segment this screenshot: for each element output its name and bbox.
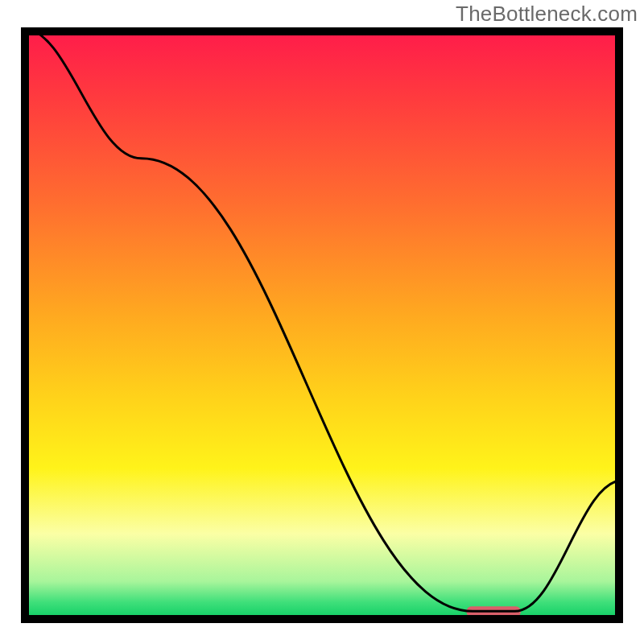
- chart-svg: [21, 27, 623, 623]
- watermark-text: TheBottleneck.com: [456, 2, 638, 27]
- plot-area: [21, 27, 623, 623]
- gradient-background: [21, 27, 623, 623]
- chart-container: TheBottleneck.com: [0, 0, 644, 644]
